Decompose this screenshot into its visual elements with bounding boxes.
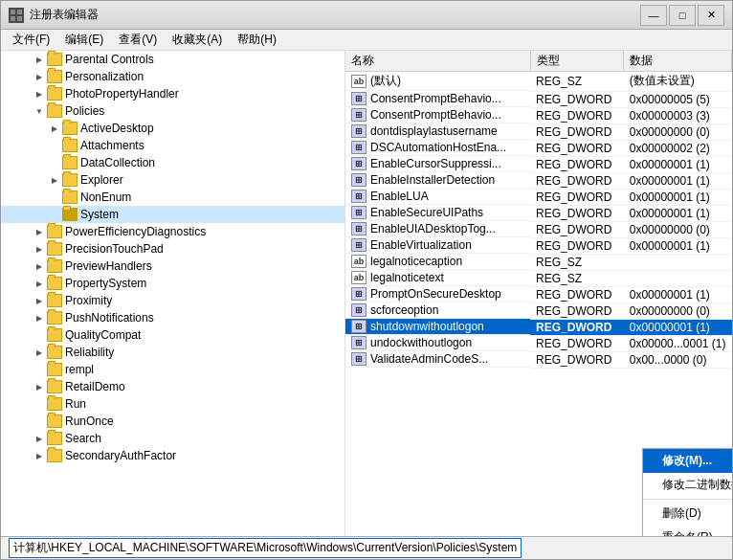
menu-view[interactable]: 查看(V) — [111, 30, 165, 50]
expander-icon[interactable]: ▶ — [47, 121, 62, 136]
table-row[interactable]: ⊞undockwithoutlogonREG_DWORD0x00000...00… — [345, 335, 732, 351]
table-row[interactable]: ⊞EnableLUAREG_DWORD0x00000001 (1) — [345, 189, 732, 205]
reg-data-cell: 0x00...0000 (0) — [624, 351, 732, 368]
expander-icon[interactable] — [32, 362, 47, 377]
tree-item-policies[interactable]: ▼ Policies — [1, 102, 344, 120]
expander-icon[interactable]: ▼ — [32, 103, 47, 119]
table-row[interactable]: ⊞ValidateAdminCodeS...REG_DWORD0x00...00… — [345, 351, 732, 368]
folder-icon — [47, 70, 62, 83]
tree-item-retaildemo[interactable]: ▶ RetailDemo — [1, 378, 344, 395]
tree-item-preview[interactable]: ▶ PreviewHandlers — [1, 258, 344, 275]
reg-type-cell: REG_DWORD — [530, 302, 624, 319]
table-row[interactable]: ⊞EnableSecureUIPathsREG_DWORD0x00000001 … — [345, 205, 732, 221]
expander-icon[interactable]: ▶ — [32, 86, 47, 101]
tree-item-system[interactable]: System — [1, 206, 344, 223]
expander-icon[interactable] — [32, 396, 47, 412]
folder-icon — [47, 311, 62, 325]
tree-item-parental-controls[interactable]: ▶ Parental Controls — [1, 51, 344, 68]
context-menu-modify[interactable]: 修改(M)... — [643, 449, 732, 473]
context-menu-rename[interactable]: 重命名(R) — [643, 526, 732, 536]
context-menu-delete[interactable]: 删除(D) — [643, 502, 732, 526]
expander-icon[interactable] — [47, 207, 62, 222]
tree-item-runonce[interactable]: RunOnce — [1, 413, 344, 430]
expander-icon[interactable]: ▶ — [32, 69, 47, 84]
status-bar: 计算机\HKEY_LOCAL_MACHINE\SOFTWARE\Microsof… — [1, 536, 732, 559]
expander-icon[interactable]: ▶ — [32, 448, 47, 463]
table-row[interactable]: ⊞EnableVirtualizationREG_DWORD0x00000001… — [345, 237, 732, 254]
col-type[interactable]: 类型 — [530, 51, 624, 72]
expander-icon[interactable]: ▶ — [32, 431, 47, 446]
expander-icon[interactable]: ▶ — [32, 310, 47, 325]
tree-item-attachments[interactable]: Attachments — [1, 137, 344, 154]
table-row[interactable]: ⊞dontdisplaylastusernameREG_DWORD0x00000… — [345, 123, 732, 140]
tree-item-activedesktop[interactable]: ▶ ActiveDesktop — [1, 120, 344, 137]
tree-item-push[interactable]: ▶ PushNotifications — [1, 309, 344, 326]
context-menu-modify-binary[interactable]: 修改二进制数据(B)... — [643, 473, 732, 497]
tree-item-propertysystem[interactable]: ▶ PropertySystem — [1, 275, 344, 292]
expander-icon[interactable]: ▶ — [32, 345, 47, 360]
reg-type-cell: REG_DWORD — [530, 172, 624, 189]
expander-icon[interactable]: ▶ — [32, 276, 47, 291]
tree-item-search[interactable]: ▶ Search — [1, 430, 344, 447]
tree-item-explorer[interactable]: ▶ Explorer — [1, 171, 344, 189]
tree-label: Run — [65, 397, 86, 411]
folder-icon — [47, 277, 62, 290]
expander-icon[interactable] — [47, 155, 62, 170]
table-row[interactable]: ⊞DSCAutomationHostEna...REG_DWORD0x00000… — [345, 140, 732, 156]
menu-edit[interactable]: 编辑(E) — [57, 30, 111, 50]
close-button[interactable]: ✕ — [698, 5, 724, 26]
tree-item-quality[interactable]: QualityCompat — [1, 326, 344, 344]
table-row[interactable]: ⊞ConsentPromptBehavio...REG_DWORD0x00000… — [345, 91, 732, 107]
table-row[interactable]: ⊞ConsentPromptBehavio...REG_DWORD0x00000… — [345, 107, 732, 123]
registry-values[interactable]: 名称 类型 数据 ab(默认)REG_SZ(数值未设置)⊞ConsentProm… — [345, 51, 732, 536]
tree-item-reliability[interactable]: ▶ Reliability — [1, 344, 344, 361]
table-row[interactable]: ⊞EnableUIADesktopTog...REG_DWORD0x000000… — [345, 221, 732, 237]
main-window: 注册表编辑器 — □ ✕ 文件(F) 编辑(E) 查看(V) 收藏夹(A) 帮助… — [0, 0, 733, 560]
tree-item-datacollection[interactable]: DataCollection — [1, 154, 344, 171]
reg-name: (默认) — [370, 73, 401, 89]
menu-favorites[interactable]: 收藏夹(A) — [165, 30, 230, 50]
tree-item-precision[interactable]: ▶ PrecisionTouchPad — [1, 240, 344, 258]
expander-icon[interactable] — [32, 327, 47, 343]
table-row[interactable]: ablegalnoticetextREG_SZ — [345, 270, 732, 286]
table-row[interactable]: ⊞EnableCursorSuppressi...REG_DWORD0x0000… — [345, 156, 732, 172]
expander-icon[interactable] — [32, 414, 47, 429]
expander-icon[interactable]: ▶ — [32, 379, 47, 394]
expander-icon[interactable] — [47, 190, 62, 205]
table-row[interactable]: ⊞scforceoptionREG_DWORD0x00000000 (0) — [345, 302, 732, 319]
tree-item-run[interactable]: Run — [1, 395, 344, 413]
registry-tree[interactable]: ▶ Parental Controls ▶ Personalization ▶ … — [1, 51, 345, 536]
expander-icon[interactable]: ▶ — [32, 52, 47, 67]
col-data[interactable]: 数据 — [624, 51, 732, 72]
reg-type-cell: REG_DWORD — [530, 205, 624, 221]
reg-name: DSCAutomationHostEna... — [370, 141, 506, 154]
expander-icon[interactable]: ▶ — [32, 293, 47, 308]
tree-item-personalization[interactable]: ▶ Personalization — [1, 68, 344, 85]
reg-icon: ⊞ — [351, 108, 366, 122]
reg-data-cell: 0x00000000 (0) — [624, 123, 732, 140]
table-row[interactable]: ⊞shutdownwithoutlogonREG_DWORD0x00000001… — [345, 319, 732, 335]
expander-icon[interactable] — [47, 138, 62, 153]
minimize-button[interactable]: — — [640, 5, 667, 26]
tree-item-nonenum[interactable]: NonEnum — [1, 189, 344, 206]
tree-item-secondary[interactable]: ▶ SecondaryAuthFactor — [1, 447, 344, 464]
tree-item-photo[interactable]: ▶ PhotoPropertyHandler — [1, 85, 344, 102]
tree-item-rempl[interactable]: rempl — [1, 361, 344, 378]
table-row[interactable]: ⊞PromptOnSecureDesktopREG_DWORD0x0000000… — [345, 286, 732, 302]
table-row[interactable]: ⊞EnableInstallerDetectionREG_DWORD0x0000… — [345, 172, 732, 189]
table-row[interactable]: ab(默认)REG_SZ(数值未设置) — [345, 72, 732, 92]
maximize-button[interactable]: □ — [669, 5, 696, 26]
tree-item-power[interactable]: ▶ PowerEfficiencyDiagnostics — [1, 223, 344, 240]
tree-label: PropertySystem — [65, 277, 146, 290]
table-row[interactable]: ablegalnoticecaptionREG_SZ — [345, 254, 732, 270]
reg-type-cell: REG_DWORD — [530, 286, 624, 302]
expander-icon[interactable]: ▶ — [32, 258, 47, 274]
menu-file[interactable]: 文件(F) — [5, 30, 57, 50]
tree-item-proximity[interactable]: ▶ Proximity — [1, 292, 344, 309]
col-name[interactable]: 名称 — [345, 51, 530, 72]
expander-icon[interactable]: ▶ — [32, 241, 47, 257]
expander-icon[interactable]: ▶ — [47, 172, 62, 188]
ab-icon: ab — [351, 255, 366, 268]
menu-help[interactable]: 帮助(H) — [230, 30, 284, 50]
expander-icon[interactable]: ▶ — [32, 224, 47, 239]
